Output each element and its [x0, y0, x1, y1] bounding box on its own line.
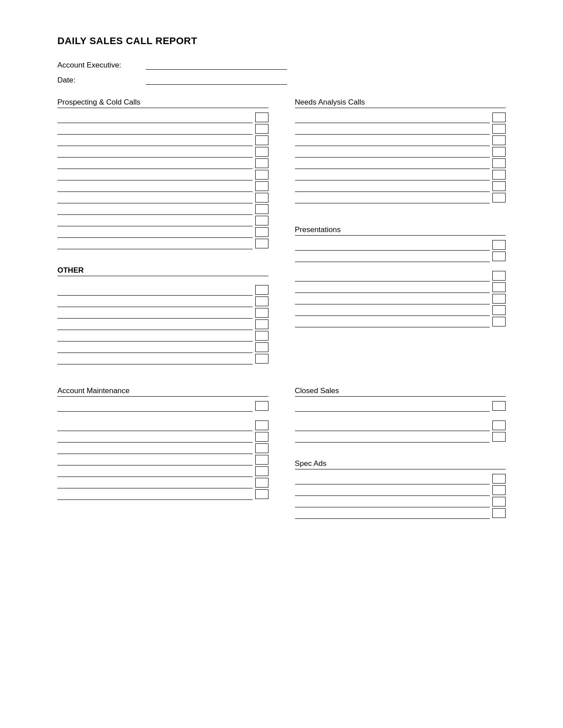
prospecting-line-9[interactable] [57, 203, 253, 215]
acct-line-5[interactable] [57, 454, 253, 465]
other-box-7[interactable] [255, 354, 268, 364]
prospecting-line-11[interactable] [57, 226, 253, 238]
needs-line-4[interactable] [295, 146, 490, 158]
needs-box-5[interactable] [492, 158, 506, 168]
prospecting-box-6[interactable] [255, 170, 268, 180]
needs-box-1[interactable] [492, 113, 506, 122]
prospecting-line-2[interactable] [57, 123, 253, 135]
closed-box-2[interactable] [492, 420, 506, 430]
spec-box-4[interactable] [492, 508, 506, 518]
needs-box-2[interactable] [492, 124, 506, 134]
needs-line-2[interactable] [295, 123, 490, 135]
needs-line-1[interactable] [295, 112, 490, 123]
presentations-box-5[interactable] [492, 294, 506, 304]
presentations-box-3[interactable] [492, 271, 506, 281]
spec-box-2[interactable] [492, 485, 506, 495]
other-line-6[interactable] [57, 341, 253, 353]
prospecting-line-7[interactable] [57, 180, 253, 192]
acct-line-3[interactable] [57, 431, 253, 443]
prospecting-line-12[interactable] [57, 238, 253, 249]
spec-line-3[interactable] [295, 496, 490, 507]
other-line-2[interactable] [57, 296, 253, 307]
prospecting-box-8[interactable] [255, 193, 268, 203]
needs-box-6[interactable] [492, 170, 506, 180]
presentations-box-4[interactable] [492, 282, 506, 292]
needs-box-3[interactable] [492, 135, 506, 145]
needs-line-3[interactable] [295, 135, 490, 146]
prospecting-box-10[interactable] [255, 216, 268, 225]
prospecting-line-6[interactable] [57, 169, 253, 180]
other-line-5[interactable] [57, 330, 253, 341]
needs-box-7[interactable] [492, 181, 506, 191]
acct-line-6[interactable] [57, 465, 253, 477]
prospecting-box-12[interactable] [255, 239, 268, 248]
acct-box-7[interactable] [255, 478, 268, 488]
acct-box-5[interactable] [255, 455, 268, 465]
prospecting-box-4[interactable] [255, 147, 268, 157]
prospecting-box-11[interactable] [255, 227, 268, 237]
other-line-4[interactable] [57, 319, 253, 330]
presentations-line-7[interactable] [295, 316, 490, 327]
closed-line-3[interactable] [295, 431, 490, 443]
prospecting-box-2[interactable] [255, 124, 268, 134]
prospecting-box-3[interactable] [255, 135, 268, 145]
presentations-box-6[interactable] [492, 305, 506, 315]
other-line-1[interactable] [57, 284, 253, 296]
presentations-line-3[interactable] [295, 270, 490, 281]
prospecting-box-9[interactable] [255, 204, 268, 214]
presentations-line-5[interactable] [295, 293, 490, 304]
presentations-line-1[interactable] [295, 239, 490, 251]
acct-line-2[interactable] [57, 420, 253, 431]
acct-line-8[interactable] [57, 488, 253, 500]
presentations-line-6[interactable] [295, 304, 490, 316]
needs-line-7[interactable] [295, 180, 490, 192]
prospecting-box-5[interactable] [255, 158, 268, 168]
prospecting-line-8[interactable] [57, 192, 253, 203]
needs-line-8[interactable] [295, 192, 490, 203]
acct-box-8[interactable] [255, 489, 268, 499]
other-box-2[interactable] [255, 296, 268, 306]
presentations-box-1[interactable] [492, 240, 506, 250]
acct-box-6[interactable] [255, 466, 268, 476]
other-box-6[interactable] [255, 342, 268, 352]
prospecting-line-4[interactable] [57, 146, 253, 158]
other-box-4[interactable] [255, 319, 268, 329]
spec-line-2[interactable] [295, 484, 490, 496]
acct-line-4[interactable] [57, 443, 253, 454]
prospecting-line-10[interactable] [57, 215, 253, 226]
prospecting-line-5[interactable] [57, 158, 253, 169]
prospecting-line-1[interactable] [57, 112, 253, 123]
prospecting-line-3[interactable] [57, 135, 253, 146]
closed-line-2[interactable] [295, 420, 490, 431]
presentations-line-2[interactable] [295, 251, 490, 262]
date-input[interactable] [146, 76, 287, 85]
acct-box-3[interactable] [255, 432, 268, 442]
other-line-7[interactable] [57, 353, 253, 364]
acct-box-2[interactable] [255, 420, 268, 430]
acct-box-4[interactable] [255, 443, 268, 453]
closed-line-1[interactable] [295, 400, 490, 412]
acct-line-1[interactable] [57, 400, 253, 412]
prospecting-box-7[interactable] [255, 181, 268, 191]
other-box-3[interactable] [255, 308, 268, 318]
closed-box-1[interactable] [492, 401, 506, 411]
spec-line-4[interactable] [295, 507, 490, 519]
other-line-3[interactable] [57, 307, 253, 319]
spec-line-1[interactable] [295, 473, 490, 484]
acct-box-1[interactable] [255, 401, 268, 411]
presentations-box-7[interactable] [492, 317, 506, 326]
acct-line-7[interactable] [57, 477, 253, 488]
other-box-5[interactable] [255, 331, 268, 341]
other-box-1[interactable] [255, 285, 268, 295]
closed-box-3[interactable] [492, 432, 506, 442]
needs-line-5[interactable] [295, 158, 490, 169]
needs-line-6[interactable] [295, 169, 490, 180]
spec-box-1[interactable] [492, 474, 506, 484]
needs-box-4[interactable] [492, 147, 506, 157]
presentations-line-4[interactable] [295, 281, 490, 293]
spec-box-3[interactable] [492, 497, 506, 507]
needs-box-8[interactable] [492, 193, 506, 203]
account-executive-input[interactable] [146, 61, 287, 70]
prospecting-box-1[interactable] [255, 113, 268, 122]
presentations-box-2[interactable] [492, 251, 506, 261]
